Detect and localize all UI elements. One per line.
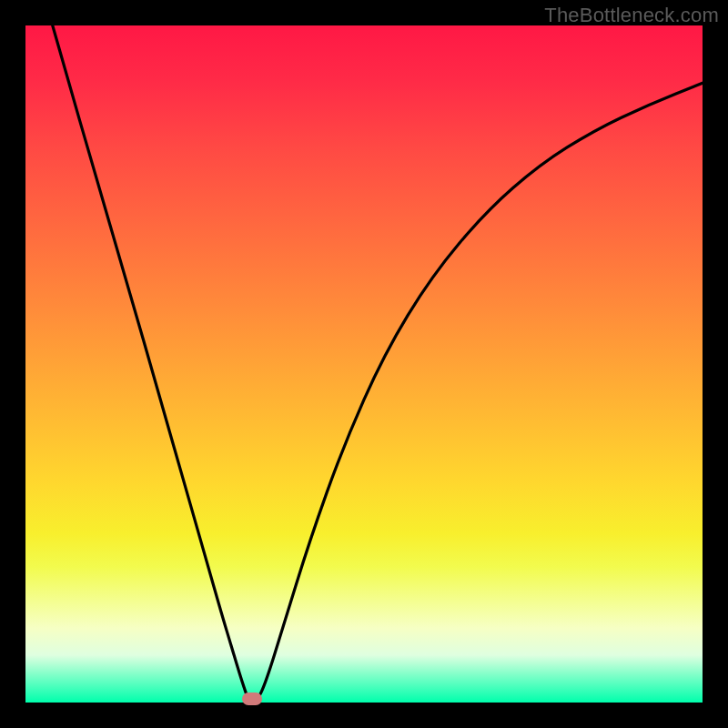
- plot-area: [25, 25, 703, 703]
- bottleneck-curve: [53, 25, 703, 702]
- curve-layer: [25, 25, 703, 703]
- watermark-text: TheBottleneck.com: [544, 4, 719, 27]
- optimal-point-marker: [242, 693, 262, 705]
- chart-frame: TheBottleneck.com: [0, 0, 728, 728]
